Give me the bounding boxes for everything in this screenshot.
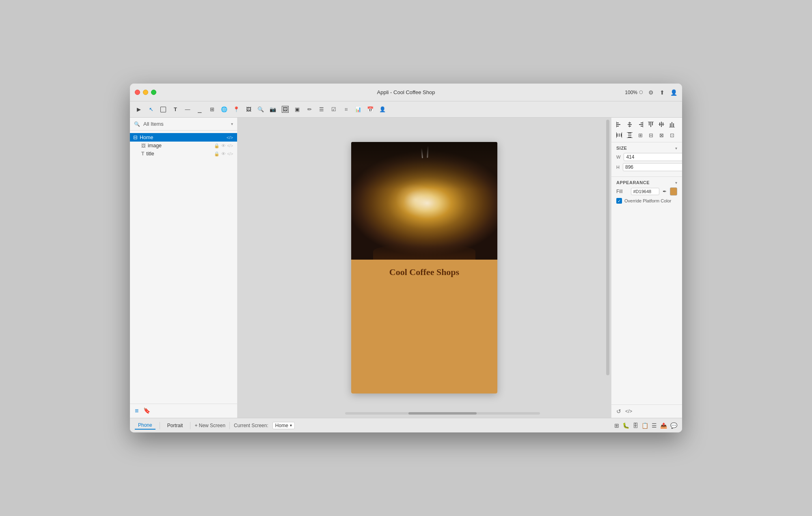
checkbox-tool[interactable]: ☑ [329, 105, 339, 114]
align-middle-icon[interactable] [657, 120, 666, 129]
indent-right-icon[interactable]: ⊠ [657, 131, 666, 140]
indent-left-icon[interactable]: ⊟ [646, 131, 655, 140]
visibility-icon[interactable]: 👁 [221, 143, 226, 148]
hline-tool[interactable]: ⎯ [195, 105, 205, 114]
list-tool[interactable]: ☰ [317, 105, 326, 114]
table-tool[interactable]: ⊞ [207, 105, 217, 114]
layers-footer-icon[interactable]: ≡ [135, 407, 138, 415]
bug-bottom-icon[interactable]: 🐛 [622, 422, 629, 429]
canvas-hscrollbar[interactable] [345, 412, 540, 415]
zoom-value: 100% [625, 90, 637, 95]
db-bottom-icon[interactable]: 🗄 [633, 422, 638, 429]
person-tool[interactable]: 👤 [378, 105, 387, 114]
dropdown-arrow-icon[interactable]: ▾ [231, 122, 233, 126]
window-title: Appli - Cool Coffee Shop [377, 89, 435, 95]
search-tool[interactable]: 🔍 [256, 105, 266, 114]
toggle-tool[interactable]: ⌗ [341, 105, 351, 114]
saucer-hint [373, 243, 475, 260]
override-label: Override Platform Color [624, 198, 672, 203]
align-bottom-icon[interactable] [667, 120, 676, 129]
list-bottom-icon[interactable]: ☰ [652, 422, 657, 429]
publish-bottom-icon[interactable]: 📤 [660, 422, 667, 429]
height-input[interactable] [623, 163, 682, 171]
svg-rect-31 [628, 137, 631, 138]
zoom-control[interactable]: 100% ⬡ [625, 90, 643, 95]
play-button[interactable]: ▶ [134, 105, 144, 114]
vscrollbar-thumb[interactable] [606, 120, 609, 375]
override-row: ✓ Override Platform Color [616, 198, 677, 204]
main-toolbar: ▶ ↖ T — ⎯ ⊞ 🌐 📍 🖼 🔍 📷 🖼 ▣ ✏ ☰ ☑ ⌗ 📊 📅 👤 [130, 101, 682, 118]
distribute-v-icon[interactable] [625, 131, 634, 140]
lock-icon[interactable]: 🔒 [214, 143, 220, 148]
svg-rect-3 [616, 122, 617, 127]
upload-icon[interactable]: ⬆ [659, 89, 666, 96]
reset-icon[interactable]: ↺ [616, 408, 621, 415]
home-icon: ⊟ [133, 134, 138, 140]
size-section-header[interactable]: SIZE ▾ [616, 146, 677, 150]
code-action-icon[interactable]: </> [227, 135, 233, 140]
bookmark-footer-icon[interactable]: 🔖 [143, 407, 150, 415]
screen-tool[interactable]: ▣ [292, 105, 302, 114]
tree-item-image[interactable]: 🖼 image 🔒 👁 </> [130, 142, 237, 150]
dist-edge-icon[interactable]: ⊞ [636, 131, 645, 140]
edit-tool[interactable]: ✏ [304, 105, 314, 114]
data-bottom-icon[interactable]: 📋 [641, 422, 648, 429]
distribute-h-icon[interactable] [615, 131, 624, 140]
code2-icon[interactable]: </> [227, 144, 233, 148]
chart-tool[interactable]: 📊 [353, 105, 363, 114]
bottom-separator2 [190, 422, 190, 429]
size-chevron-icon[interactable]: ▾ [675, 146, 677, 150]
camera-tool[interactable]: 📷 [268, 105, 278, 114]
account-icon[interactable]: 👤 [670, 89, 677, 96]
appearance-chevron-icon[interactable]: ▾ [675, 181, 677, 185]
portrait-tab[interactable]: Portrait [164, 422, 186, 429]
zoom-stepper-icon[interactable]: ⬡ [639, 90, 643, 95]
chat-bottom-icon[interactable]: 💬 [670, 422, 677, 429]
color-swatch[interactable] [670, 187, 678, 196]
new-screen-button[interactable]: + New Screen [194, 423, 225, 428]
align-right-icon[interactable] [636, 120, 645, 129]
visibility2-icon[interactable]: 👁 [221, 151, 226, 156]
minimize-button[interactable] [143, 90, 148, 95]
appearance-header[interactable]: APPEARANCE ▾ [616, 180, 677, 185]
image-tool[interactable]: 🖼 [244, 105, 253, 114]
image2-tool[interactable]: 🖼 [280, 105, 290, 114]
canvas-area[interactable]: Cool Coffee Shops [238, 118, 611, 418]
code3-icon[interactable]: </> [227, 152, 233, 156]
code-view-icon[interactable]: </> [625, 408, 632, 414]
fill-value-input[interactable] [631, 188, 659, 195]
grid-bottom-icon[interactable]: ⊞ [614, 422, 619, 429]
tree-item-title[interactable]: T title 🔒 👁 </> [130, 150, 237, 158]
title-label: title [146, 151, 212, 157]
align-top-icon[interactable] [646, 120, 655, 129]
bottom-separator [160, 422, 160, 429]
tree-item-home[interactable]: ⊟ Home </> [130, 133, 237, 142]
canvas-vscrollbar[interactable] [606, 118, 609, 408]
pin-tool[interactable]: 📍 [231, 105, 241, 114]
hscrollbar-thumb[interactable] [408, 412, 477, 415]
override-checkbox[interactable]: ✓ [616, 198, 622, 204]
settings-icon[interactable]: ⚙ [647, 89, 654, 96]
phone-tab[interactable]: Phone [135, 421, 155, 430]
new-screen-plus-icon: + New Screen [194, 423, 225, 428]
fill2-icon[interactable]: ⊡ [667, 131, 676, 140]
rectangle-tool[interactable] [158, 105, 168, 114]
eyedropper-icon[interactable]: ✒ [663, 189, 667, 194]
image-label: image [148, 143, 212, 148]
align-center-icon[interactable] [625, 120, 634, 129]
width-input[interactable] [624, 153, 682, 161]
close-button[interactable] [135, 90, 140, 95]
lock2-icon[interactable]: 🔒 [214, 151, 220, 157]
maximize-button[interactable] [151, 90, 156, 95]
text-tool[interactable]: T [171, 105, 180, 114]
screen-dropdown[interactable]: Home ▾ [272, 422, 295, 429]
svg-rect-21 [672, 122, 672, 127]
height-row: H [616, 163, 677, 171]
calendar-tool[interactable]: 📅 [365, 105, 375, 114]
svg-rect-23 [669, 127, 675, 127]
align-left-icon[interactable] [615, 120, 624, 129]
cursor-tool[interactable]: ↖ [146, 105, 156, 114]
line-tool[interactable]: — [183, 105, 192, 114]
globe-tool[interactable]: 🌐 [219, 105, 229, 114]
panel-footer: ≡ 🔖 [130, 404, 237, 418]
